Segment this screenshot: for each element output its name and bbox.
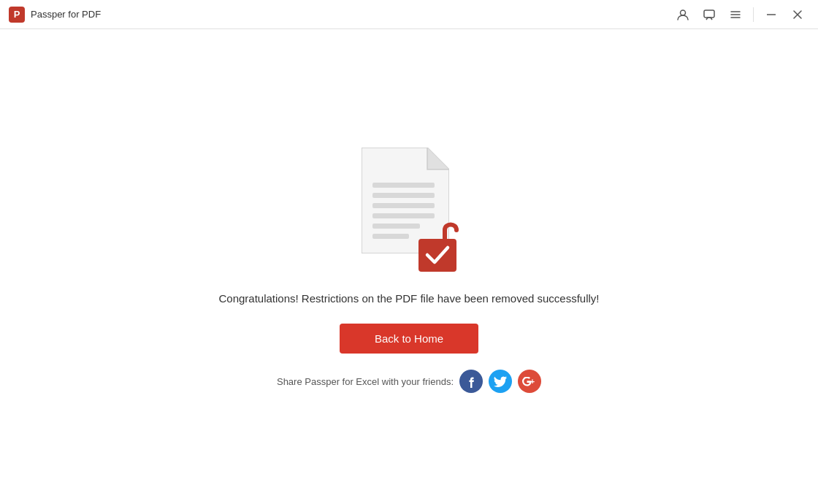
app-title: Passper for PDF: [31, 9, 101, 20]
lock-icon: [418, 217, 464, 272]
googleplus-icon: +: [522, 377, 537, 386]
svg-rect-12: [372, 224, 420, 229]
minimize-icon: [767, 14, 776, 15]
facebook-icon: [467, 375, 475, 388]
account-button[interactable]: [671, 3, 695, 26]
svg-rect-14: [418, 239, 456, 272]
chat-button[interactable]: [697, 3, 721, 26]
twitter-share-button[interactable]: [489, 370, 512, 393]
menu-button[interactable]: [724, 3, 747, 26]
main-content: Congratulations! Restrictions on the PDF…: [0, 29, 818, 504]
share-row: Share Passper for Excel with your friend…: [277, 370, 541, 393]
titlebar: P Passper for PDF: [0, 0, 818, 29]
illustration: [347, 140, 471, 272]
svg-rect-9: [372, 193, 435, 198]
back-to-home-button[interactable]: Back to Home: [340, 324, 478, 354]
facebook-share-button[interactable]: [459, 370, 483, 393]
titlebar-left: P Passper for PDF: [9, 7, 101, 23]
svg-text:+: +: [530, 377, 535, 386]
titlebar-controls: [671, 3, 809, 26]
titlebar-separator: [753, 7, 754, 22]
close-button[interactable]: [786, 3, 809, 26]
minimize-button[interactable]: [760, 3, 783, 26]
close-icon: [793, 10, 802, 19]
svg-rect-13: [372, 234, 409, 239]
svg-point-0: [681, 10, 686, 15]
chat-icon: [703, 8, 716, 21]
twitter-icon: [494, 376, 507, 387]
account-icon: [676, 8, 689, 21]
svg-rect-1: [704, 10, 714, 18]
share-text: Share Passper for Excel with your friend…: [277, 376, 454, 387]
svg-rect-8: [372, 183, 435, 188]
menu-icon: [729, 8, 742, 21]
success-message: Congratulations! Restrictions on the PDF…: [218, 292, 599, 305]
googleplus-share-button[interactable]: +: [518, 370, 541, 393]
svg-rect-10: [372, 203, 435, 208]
app-icon: P: [9, 7, 25, 23]
